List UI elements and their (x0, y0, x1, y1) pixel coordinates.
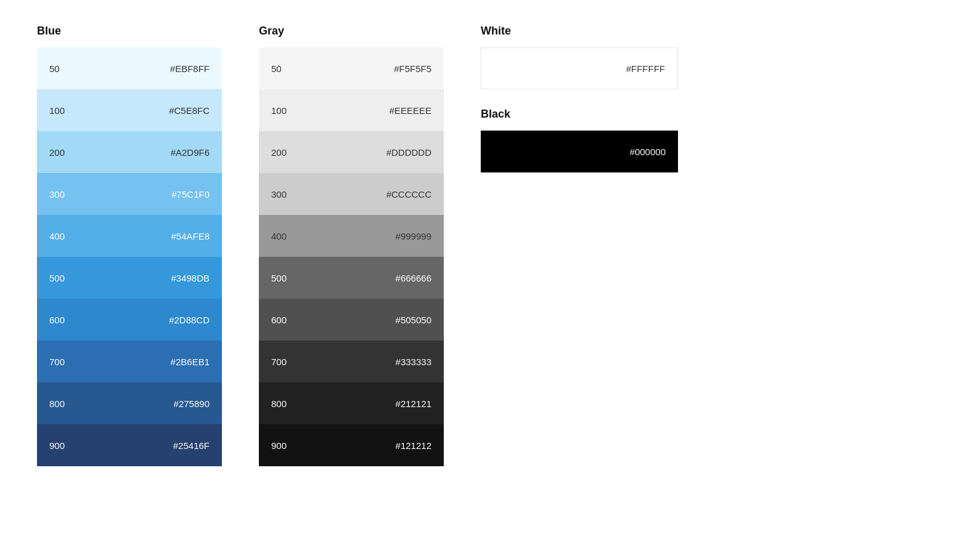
shade-label: 900 (49, 440, 65, 451)
hex-value: #CCCCCC (386, 189, 431, 200)
list-item: 800 #275890 (37, 382, 222, 424)
list-item: 50 #EBF8FF (37, 47, 222, 89)
shade-label: 900 (271, 440, 287, 451)
blue-group-title: Blue (37, 25, 222, 38)
white-group: White #FFFFFF (481, 25, 678, 89)
shade-label: 800 (49, 398, 65, 409)
list-item: 700 #2B6EB1 (37, 341, 222, 382)
gray-swatches: 50 #F5F5F5 100 #EEEEEE 200 #DDDDDD 300 #… (259, 47, 444, 466)
list-item: 50 #F5F5F5 (259, 47, 444, 89)
shade-label: 600 (49, 315, 65, 325)
shade-label: 400 (271, 231, 287, 241)
hex-value: #EBF8FF (170, 63, 210, 74)
list-item: 600 #505050 (259, 299, 444, 341)
hex-value: #121212 (396, 440, 431, 451)
gray-group-title: Gray (259, 25, 444, 38)
shade-label: 100 (271, 105, 287, 116)
gray-group: Gray 50 #F5F5F5 100 #EEEEEE 200 #DDDDDD … (259, 25, 444, 466)
hex-value: #275890 (174, 398, 210, 409)
list-item: 100 #C5E8FC (37, 89, 222, 131)
list-item: 300 #CCCCCC (259, 173, 444, 215)
shade-label: 100 (49, 105, 65, 116)
hex-value: #DDDDDD (386, 147, 431, 158)
hex-value: #666666 (396, 273, 431, 283)
hex-value: #75C1F0 (171, 189, 210, 200)
shade-label: 500 (271, 273, 287, 283)
list-item: 600 #2D88CD (37, 299, 222, 341)
hex-value: #2B6EB1 (171, 357, 210, 367)
list-item: 500 #3498DB (37, 257, 222, 299)
shade-label: 200 (271, 147, 287, 158)
list-item: 900 #25416F (37, 424, 222, 466)
list-item: 500 #666666 (259, 257, 444, 299)
shade-label: 300 (49, 189, 65, 200)
hex-value: #C5E8FC (169, 105, 210, 116)
shade-label: 700 (271, 357, 287, 367)
shade-label: 600 (271, 315, 287, 325)
list-item: 900 #121212 (259, 424, 444, 466)
list-item: 400 #54AFE8 (37, 215, 222, 257)
black-group-title: Black (481, 108, 678, 121)
black-hex: #000000 (630, 147, 666, 157)
hex-value: #25416F (173, 440, 210, 451)
shade-label: 200 (49, 147, 65, 158)
white-hex: #FFFFFF (626, 63, 665, 74)
hex-value: #3498DB (171, 273, 210, 283)
shade-label: 50 (271, 63, 282, 74)
hex-value: #2D88CD (169, 315, 210, 325)
list-item: 800 #212121 (259, 382, 444, 424)
list-item: 200 #DDDDDD (259, 131, 444, 173)
white-group-title: White (481, 25, 678, 38)
hex-value: #EEEEEE (390, 105, 431, 116)
hex-value: #505050 (396, 315, 431, 325)
hex-value: #999999 (396, 231, 431, 241)
list-item: 300 #75C1F0 (37, 173, 222, 215)
list-item: 100 #EEEEEE (259, 89, 444, 131)
black-group: Black #000000 (481, 108, 678, 172)
shade-label: 700 (49, 357, 65, 367)
black-swatch: #000000 (481, 131, 678, 172)
shade-label: 400 (49, 231, 65, 241)
blue-group: Blue 50 #EBF8FF 100 #C5E8FC 200 #A2D9F6 … (37, 25, 222, 466)
shade-label: 500 (49, 273, 65, 283)
page-container: Blue 50 #EBF8FF 100 #C5E8FC 200 #A2D9F6 … (37, 25, 943, 466)
right-section: White #FFFFFF Black #000000 (481, 25, 678, 172)
shade-label: 800 (271, 398, 287, 409)
hex-value: #F5F5F5 (394, 63, 431, 74)
hex-value: #212121 (396, 398, 431, 409)
hex-value: #A2D9F6 (171, 147, 210, 158)
list-item: 700 #333333 (259, 341, 444, 382)
white-swatch: #FFFFFF (481, 47, 678, 89)
shade-label: 50 (49, 63, 60, 74)
shade-label: 300 (271, 189, 287, 200)
list-item: 200 #A2D9F6 (37, 131, 222, 173)
hex-value: #333333 (396, 357, 431, 367)
blue-swatches: 50 #EBF8FF 100 #C5E8FC 200 #A2D9F6 300 #… (37, 47, 222, 466)
list-item: 400 #999999 (259, 215, 444, 257)
hex-value: #54AFE8 (171, 231, 210, 241)
